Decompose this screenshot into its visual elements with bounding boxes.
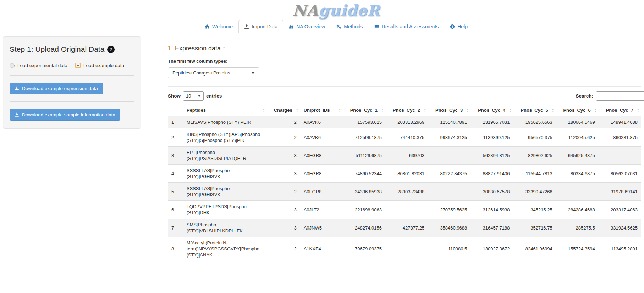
value-cell: 352716.75	[513, 219, 556, 237]
sort-icon[interactable]: ▲▼	[466, 108, 469, 112]
sort-icon[interactable]: ▲▼	[424, 108, 426, 112]
charge-cell: 2	[267, 237, 300, 261]
help-question-icon[interactable]: ?	[107, 46, 115, 53]
value-cell: 998674.3125	[428, 128, 470, 146]
row-index-cell: 1	[168, 116, 183, 128]
download-sample-info-button[interactable]: Download example sample information data	[10, 109, 120, 121]
sort-icon[interactable]: ▲▼	[381, 108, 384, 112]
logo-guider-part: guideR	[319, 2, 380, 19]
value-cell: 80334.6875	[556, 165, 599, 183]
sort-icon[interactable]: ▲▼	[594, 108, 597, 112]
column-header-phos_cyc_4[interactable]: Phos_Cyc_4▲▼	[470, 104, 513, 116]
charge-cell: 3	[267, 201, 300, 219]
tab-import-data[interactable]: Import Data	[238, 20, 283, 33]
table-row: 1MLISAVS[Phospho (STY)]PEIR2A0AVK6157593…	[168, 116, 641, 128]
uniprot-cell: A0FGR8	[300, 183, 343, 201]
value-cell: 113495.2891	[599, 237, 641, 261]
charge-cell: 2	[267, 183, 300, 201]
value-cell: 1120045.625	[556, 128, 599, 146]
tab-label: NA Overview	[296, 24, 325, 29]
page-length-value: 10	[186, 93, 191, 99]
value-cell: 427877.25	[385, 219, 428, 237]
logo-na-part: NA	[293, 2, 319, 19]
table-row: 5SSSSLLAS[Phospho (STY)]PGHISVK2A0FGR834…	[168, 183, 641, 201]
charge-cell: 3	[267, 165, 300, 183]
column-header-phos_cyc_5[interactable]: Phos_Cyc_5▲▼	[513, 104, 556, 116]
column-header-uniprot_ids[interactable]: Uniprot_IDs▲▼	[300, 104, 343, 116]
table-row: 2KINS[Phospho (STY)]APS[Phospho (STY)]S[…	[168, 128, 641, 146]
table-icon	[374, 24, 379, 29]
tab-help[interactable]: Help	[444, 20, 473, 33]
table-row: 8M[Acetyl (Protein N-term)]NPVYSPGSSGVPY…	[168, 237, 641, 261]
uniprot-cell: A0AVK6	[300, 116, 343, 128]
value-cell	[385, 201, 428, 219]
value-cell: 221698.9063	[343, 201, 385, 219]
peptide-cell: SMS[Phospho (STY)]VDLSHIPLKDPLLFK	[183, 219, 267, 237]
expression-data-section: 1. Expression data： The first few column…	[168, 36, 641, 261]
tab-results-and-assessments[interactable]: Results and Assessments	[369, 20, 444, 33]
tab-label: Results and Assessments	[382, 24, 439, 29]
chevron-down-icon	[251, 72, 255, 74]
download-icon	[15, 112, 19, 117]
tab-welcome[interactable]: Welcome	[199, 20, 238, 33]
radio-load-example-data[interactable]: Load example data	[75, 63, 124, 68]
sort-icon[interactable]: ▲▼	[338, 108, 341, 112]
row-index-cell: 6	[168, 201, 183, 219]
value-cell: 125540.7891	[428, 116, 470, 128]
uniprot-cell: A0AVK6	[300, 128, 343, 146]
value-cell: 180664.5469	[556, 116, 599, 128]
value-cell: 639703	[385, 146, 428, 165]
column-header-phos_cyc_7[interactable]: Phos_Cyc_7▲▼	[599, 104, 641, 116]
radio-load-experimental-data[interactable]: Load experimental data	[10, 63, 67, 68]
value-cell: 712596.1875	[343, 128, 385, 146]
column-header-label: Phos_Cyc_1	[350, 107, 378, 113]
download-expression-button[interactable]: Download example expression data	[10, 83, 103, 94]
column-header-phos_cyc_3[interactable]: Phos_Cyc_3▲▼	[428, 104, 470, 116]
upload-panel: Step 1: Upload Original Data ? Load expe…	[3, 36, 141, 129]
entries-label: entries	[206, 93, 222, 99]
sort-icon[interactable]: ▲▼	[552, 108, 554, 112]
table-row: 3EPT[Phospho (STY)]PSIASDISLPIATQELR3A0F…	[168, 146, 641, 165]
column-header-phos_cyc_2[interactable]: Phos_Cyc_2▲▼	[385, 104, 428, 116]
entries-length-control: Show 10 entries	[168, 91, 222, 101]
value-cell: 80801.82031	[385, 165, 428, 183]
column-types-select[interactable]: Peptides+Charges+Proteins	[168, 67, 259, 78]
tab-methods[interactable]: Methods	[331, 20, 369, 33]
divider	[10, 101, 134, 102]
column-header-label: Uniprot_IDs	[304, 107, 330, 113]
column-header-label: Phos_Cyc_7	[606, 107, 633, 113]
table-search-input[interactable]	[596, 91, 644, 101]
search-label: Search:	[576, 93, 593, 99]
value-cell: 131965.7031	[470, 116, 513, 128]
sort-icon[interactable]: ▲▼	[263, 108, 265, 112]
show-label: Show	[168, 93, 181, 99]
column-header-label: Phos_Cyc_2	[393, 107, 420, 113]
value-cell: 203318.2969	[385, 116, 428, 128]
value-cell: 1139399.125	[470, 128, 513, 146]
value-cell: 148941.4688	[599, 116, 641, 128]
tab-label: Methods	[344, 24, 363, 29]
value-cell: 744410.375	[385, 128, 428, 146]
value-cell	[428, 146, 470, 165]
page-length-select[interactable]: 10	[183, 91, 204, 101]
sort-icon[interactable]: ▲▼	[637, 108, 639, 112]
column-header-charges[interactable]: Charges▲▼	[267, 104, 300, 116]
value-cell: 312614.5938	[470, 201, 513, 219]
divider	[168, 86, 641, 87]
table-row: 4SSSSLLAS[Phospho (STY)]PGHISVK3A0FGR874…	[168, 165, 641, 183]
tab-na-overview[interactable]: NA Overview	[283, 20, 331, 33]
column-header-phos_cyc_6[interactable]: Phos_Cyc_6▲▼	[556, 104, 599, 116]
home-icon	[205, 24, 210, 29]
column-header-peptides[interactable]: Peptides▲▼	[183, 104, 267, 116]
value-cell	[428, 183, 470, 201]
column-header-phos_cyc_1[interactable]: Phos_Cyc_1▲▼	[343, 104, 385, 116]
section-title: 1. Expression data：	[168, 44, 641, 52]
column-header-label: Phos_Cyc_3	[435, 107, 463, 113]
column-types-selected-value: Peptides+Charges+Proteins	[172, 70, 230, 76]
binoculars-icon	[289, 24, 294, 29]
value-cell: 203317.4063	[599, 201, 641, 219]
value-cell	[556, 183, 599, 201]
value-cell: 860231.875	[599, 128, 641, 146]
sort-icon[interactable]: ▲▼	[509, 108, 512, 112]
sort-icon[interactable]: ▲▼	[296, 108, 298, 112]
